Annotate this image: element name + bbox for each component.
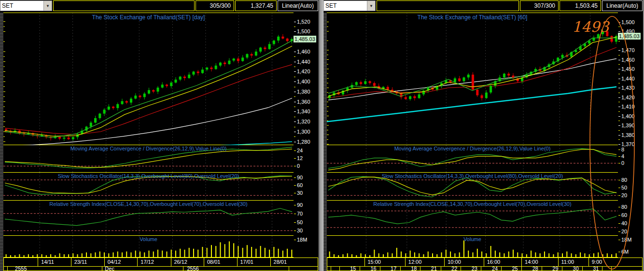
time-axis[interactable]: 14/1123/1104/1217/1226/1208/0117/0128/01 bbox=[0, 257, 319, 267]
axis-separator bbox=[602, 267, 602, 271]
period-axis[interactable]: 15161718212223242528293031 bbox=[323, 267, 643, 271]
axis-minor-tick bbox=[618, 27, 620, 27]
axis-tick-label: 1,470 bbox=[621, 47, 635, 53]
window-divider[interactable] bbox=[320, 0, 323, 271]
axis-tick bbox=[294, 62, 296, 62]
period-axis-label: 22 bbox=[451, 267, 457, 271]
period-axis-label: 28 bbox=[532, 267, 538, 271]
axis-tick bbox=[618, 135, 620, 136]
period-axis-label: 16 bbox=[370, 267, 376, 271]
period-axis-label: 29 bbox=[552, 267, 558, 271]
time-axis-label: 16:00 bbox=[487, 259, 501, 265]
period-axis[interactable]: 2555Dec2556 bbox=[0, 267, 319, 271]
axis-tick bbox=[618, 88, 620, 88]
axis-tick-label: 8 bbox=[621, 147, 624, 152]
rsi-label: Relative Strength Index(CLOSE,14,30,70),… bbox=[327, 201, 618, 207]
axis-tick-label: 1,410 bbox=[621, 104, 635, 109]
axis-separator bbox=[380, 267, 380, 271]
axis-tick bbox=[618, 31, 620, 32]
period-axis-label: 23 bbox=[472, 267, 477, 271]
axis-tick-label: 50 bbox=[621, 185, 627, 190]
axis-tick-label: 1,440 bbox=[621, 76, 635, 81]
stoch-row: 906030Slow Stochastics Oscillator(14,3,3… bbox=[0, 173, 319, 201]
axis-separator bbox=[137, 258, 138, 266]
axis-separator bbox=[289, 267, 289, 271]
chevron-down-icon[interactable]: ▼ bbox=[43, 1, 52, 11]
axis-minor-tick bbox=[294, 67, 295, 67]
axis-tick bbox=[618, 195, 620, 196]
axis-tick-label: 1,460 bbox=[621, 57, 635, 63]
axis-tick-label: 1,500 bbox=[297, 28, 310, 34]
axis-tick bbox=[294, 102, 296, 102]
axis-tick bbox=[294, 92, 296, 92]
axis-separator bbox=[400, 267, 401, 271]
symbol-combobox[interactable]: SET ▼ bbox=[0, 0, 52, 11]
time-axis-label: 17/01 bbox=[240, 259, 253, 265]
axis-separator bbox=[104, 258, 105, 266]
period-axis-box: 15161718212223242528293031 bbox=[327, 267, 643, 271]
price-field: 1,503.45 bbox=[560, 0, 601, 11]
axis-tick-label: 20 bbox=[621, 229, 627, 234]
period-axis-label: 15 bbox=[350, 267, 356, 271]
axis-separator bbox=[582, 267, 583, 271]
main-plot[interactable] bbox=[3, 13, 294, 145]
scale-mode-button[interactable]: Linear(Auto) bbox=[602, 0, 643, 11]
axis-tick-label: 80 bbox=[621, 177, 627, 183]
axis-tick-label: 40 bbox=[621, 220, 627, 226]
axis-tick-label: 4 bbox=[621, 153, 624, 159]
macd-row: 24120Moving Average Convergence / Diverg… bbox=[0, 145, 319, 173]
axis-tick-label: 1,400 bbox=[297, 79, 310, 84]
period-axis-label: 24 bbox=[492, 267, 498, 271]
rsi-label: Relative Strength Index(CLOSE,14,30,70),… bbox=[3, 201, 294, 207]
axis-tick-label: 1,420 bbox=[297, 68, 310, 74]
last-price-tag: 1,485.03 bbox=[294, 36, 316, 42]
toolbar-daily: SET ▼ 305/300 1,327.45 Linear(Auto) bbox=[0, 0, 319, 12]
toolbar-empty-field bbox=[53, 0, 195, 11]
axis-tick bbox=[294, 132, 296, 132]
axis-separator bbox=[331, 267, 331, 271]
axis-tick-label: 1,420 bbox=[621, 95, 635, 100]
axis-tick bbox=[294, 71, 296, 72]
axis-minor-tick bbox=[294, 56, 295, 57]
axis-tick bbox=[618, 50, 620, 51]
axis-minor-tick bbox=[618, 83, 620, 83]
axis-minor-tick bbox=[618, 64, 620, 65]
macd-label: Moving Average Convergence / Divergence(… bbox=[327, 146, 618, 151]
time-axis-label: 23/11 bbox=[74, 259, 87, 265]
axis-minor-tick bbox=[618, 121, 620, 121]
period-axis-label: 25 bbox=[512, 267, 518, 271]
time-axis-label: 26/12 bbox=[174, 259, 187, 265]
axis-tick bbox=[618, 223, 620, 224]
axis-tick bbox=[294, 52, 296, 52]
axis-tick bbox=[294, 31, 296, 32]
axis-tick-label: 6M bbox=[621, 249, 629, 255]
chevron-down-icon[interactable]: ▼ bbox=[367, 1, 375, 11]
axis-tick bbox=[294, 166, 296, 166]
rsi-axis: 80604020 bbox=[618, 201, 644, 236]
chart-window-60min: SET ▼ 307/300 1,503.45 Linear(Auto) 1,50… bbox=[323, 0, 644, 271]
axis-tick-label: 1,450 bbox=[621, 66, 635, 72]
axis-tick bbox=[294, 205, 296, 205]
period-axis-label: 18 bbox=[411, 267, 417, 271]
axis-tick-label: 1,460 bbox=[297, 49, 310, 54]
macd-axis: 24120 bbox=[294, 145, 320, 173]
axis-tick bbox=[618, 69, 620, 69]
symbol-combobox[interactable]: SET ▼ bbox=[323, 0, 376, 11]
stoch-label: Slow Stochastics Oscillator(14,3,3),Over… bbox=[3, 173, 294, 179]
volume-row: 18MVolume bbox=[0, 236, 319, 257]
main-axis: 1,5201,5001,4601,4401,4201,4001,3801,360… bbox=[294, 13, 320, 145]
volume-label: Volume bbox=[327, 236, 618, 242]
scale-mode-button[interactable]: Linear(Auto) bbox=[278, 0, 318, 11]
axis-separator bbox=[441, 267, 441, 271]
macd-axis: 840 bbox=[618, 145, 644, 173]
axis-minor-tick bbox=[618, 55, 620, 55]
price-field: 1,327.45 bbox=[235, 0, 277, 11]
time-axis-label: 28/01 bbox=[274, 259, 287, 265]
axis-tick-label: 1,520 bbox=[297, 19, 310, 25]
axis-tick-label: 1,380 bbox=[621, 132, 635, 138]
time-axis[interactable]: 15:0012:0010:0016:0014:0011:009:00 bbox=[323, 257, 643, 267]
toolbar-60min: SET ▼ 307/300 1,503.45 Linear(Auto) bbox=[323, 0, 643, 12]
axis-separator bbox=[562, 267, 562, 271]
stoch-axis: 805020 bbox=[618, 173, 644, 201]
main-plot[interactable] bbox=[327, 13, 618, 145]
